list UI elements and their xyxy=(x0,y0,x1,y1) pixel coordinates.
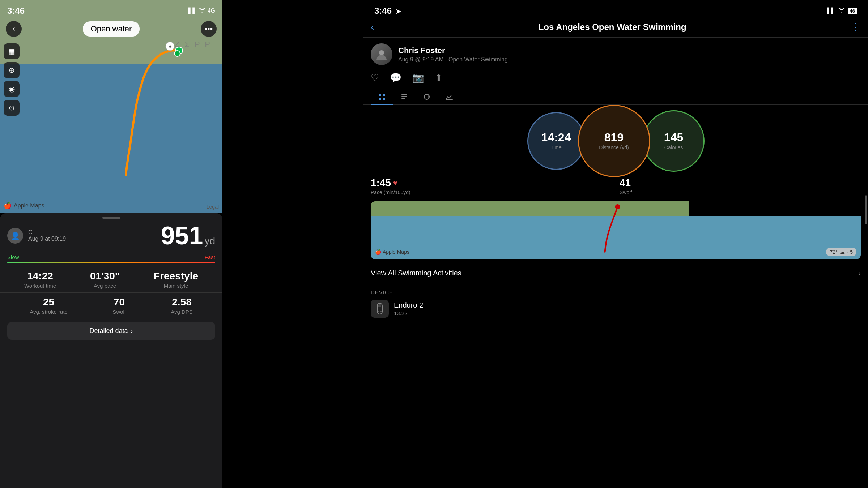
stat-label-swolf: Swolf xyxy=(112,309,126,315)
device-section: DEVICE 10:10 Enduro 2 13.22 xyxy=(363,283,868,321)
left-map-area[interactable]: ◉ Z Σ P P 🍎 Apple Maps Legal ‹ Open wate… xyxy=(0,0,222,213)
calories-label: Calories xyxy=(664,145,683,150)
avatar-inner xyxy=(371,43,392,65)
left-more-button[interactable]: ••• xyxy=(201,21,217,37)
bottom-card: 👤 C Aug 9 at 09:19 951yd Slow Fast 14:22… xyxy=(0,213,222,488)
distance-unit: yd xyxy=(204,235,215,247)
like-button[interactable]: ♡ xyxy=(371,72,379,84)
map-eye-button[interactable]: ◉ xyxy=(4,81,20,97)
stat-stroke-rate: 25 Avg. stroke rate xyxy=(30,296,68,315)
temperature-label: 72° xyxy=(830,249,837,255)
svg-rect-10 xyxy=(401,96,407,97)
tab-details[interactable] xyxy=(393,89,416,104)
stat-label-workout-time: Workout time xyxy=(24,283,56,289)
svg-rect-11 xyxy=(401,98,405,99)
user-info-row: Chris Foster Aug 9 @ 9:19 AM · Open Wate… xyxy=(363,38,868,71)
speed-bar-container: Slow Fast xyxy=(0,252,222,267)
photo-button[interactable]: 📷 xyxy=(412,72,424,84)
scroll-indicator xyxy=(865,195,867,224)
map-preview-bottom: 🍎 Apple Maps 72° ☁ - 5 xyxy=(371,245,861,259)
globe-icon: ⊕ xyxy=(9,66,15,74)
stat-value-avg-dps: 2.58 xyxy=(171,296,193,308)
pace-stat: 1:45 ♥ Pace (min/100yd) xyxy=(371,177,612,195)
share-button[interactable]: ⬆ xyxy=(435,72,443,84)
stat-swolf: 70 Swolf xyxy=(112,296,126,315)
stat-workout-time: 14:22 Workout time xyxy=(24,270,56,289)
map-globe-button[interactable]: ⊕ xyxy=(4,62,20,78)
pace-value: 1:45 ♥ xyxy=(371,177,612,189)
legal-button[interactable]: Legal xyxy=(207,204,219,210)
user-details: Chris Foster Aug 9 @ 9:19 AM · Open Wate… xyxy=(398,46,508,63)
user-avatar xyxy=(371,43,392,65)
apple-maps-text: Apple Maps xyxy=(14,202,44,209)
metrics-section: 14:24 Time 819 Distance (yd) 145 Calorie… xyxy=(363,105,868,177)
signal-icon: ▌▌ xyxy=(188,8,197,14)
stat-value-stroke-rate: 25 xyxy=(30,296,68,308)
device-icon: 10:10 xyxy=(371,300,389,318)
right-time-text: 3:46 xyxy=(374,6,392,16)
time-circle: 14:24 Time xyxy=(527,112,585,170)
right-signal-icon: ▌▌ xyxy=(827,8,835,14)
right-wifi-icon xyxy=(838,8,845,14)
view-all-swimming-button[interactable]: View All Swimming Activities › xyxy=(363,263,868,283)
map-preview[interactable]: 🍎 Apple Maps 72° ☁ - 5 xyxy=(371,201,861,259)
middle-separator xyxy=(222,0,363,488)
stat-value-swolf: 70 xyxy=(112,296,126,308)
navigation-icon: ➤ xyxy=(396,8,401,15)
left-status-icons: ▌▌ 4G xyxy=(188,8,215,14)
speed-bar-labels: Slow Fast xyxy=(7,254,215,260)
left-status-bar: 3:46 ▌▌ 4G xyxy=(0,0,222,18)
right-more-icon: ⋮ xyxy=(851,21,861,33)
location-icon: ⊙ xyxy=(9,103,15,112)
map-location-button[interactable]: ⊙ xyxy=(4,100,20,116)
battery-badge: 46 xyxy=(848,8,857,14)
card-handle-area[interactable] xyxy=(0,213,222,221)
calories-value: 145 xyxy=(664,132,683,143)
left-back-button[interactable]: ‹ xyxy=(6,21,22,37)
tab-stats[interactable] xyxy=(371,89,393,104)
tab-laps[interactable] xyxy=(416,89,438,104)
wifi-icon xyxy=(199,8,205,14)
swolf-stat: 41 Swolf xyxy=(620,177,861,195)
cloud-icon: ☁ xyxy=(840,249,845,255)
swolf-value: 41 xyxy=(620,177,861,189)
map-layers-button[interactable]: ▦ xyxy=(4,43,20,59)
detailed-data-button[interactable]: Detailed data › xyxy=(7,322,215,340)
stat-label-stroke-rate: Avg. stroke rate xyxy=(30,309,68,315)
card-header: 👤 C Aug 9 at 09:19 951yd xyxy=(0,221,222,252)
weather-badge: 72° ☁ - 5 xyxy=(826,248,856,256)
right-back-button[interactable]: ‹ xyxy=(371,21,374,33)
right-more-button[interactable]: ⋮ xyxy=(851,21,861,33)
card-main-stat: 951yd xyxy=(146,223,215,248)
svg-point-4 xyxy=(379,50,384,55)
apple-maps-label: 🍎 Apple Maps xyxy=(4,202,44,210)
device-info: Enduro 2 13.22 xyxy=(394,301,423,316)
left-status-time: 3:46 xyxy=(7,6,25,16)
svg-rect-13 xyxy=(446,99,453,100)
speed-bar xyxy=(7,262,215,263)
distance-circle: 819 Distance (yd) xyxy=(578,105,650,177)
stats-row-2: 25 Avg. stroke rate 70 Swolf 2.58 Avg DP… xyxy=(0,293,222,318)
svg-point-14 xyxy=(615,204,620,209)
stat-label-avg-dps: Avg DPS xyxy=(171,309,193,315)
time-label: Time xyxy=(550,145,562,150)
svg-rect-6 xyxy=(383,94,385,96)
detailed-data-label: Detailed data xyxy=(89,327,128,335)
right-phone-panel: 3:46 ➤ ▌▌ 46 ‹ Los Angeles Open Water Sw… xyxy=(363,0,868,488)
card-avatar: 👤 xyxy=(7,228,23,244)
stat-avg-dps: 2.58 Avg DPS xyxy=(171,296,193,315)
left-nav-title: Open water xyxy=(83,21,140,37)
comment-button[interactable]: 💬 xyxy=(390,72,401,84)
wind-label: - 5 xyxy=(847,249,853,255)
card-activity-label: C xyxy=(28,229,66,236)
svg-text:10:10: 10:10 xyxy=(377,310,383,312)
svg-rect-16 xyxy=(378,304,381,307)
right-status-icons: ▌▌ 46 xyxy=(827,8,857,14)
svg-rect-9 xyxy=(401,94,407,95)
svg-text:◉: ◉ xyxy=(169,44,172,48)
eye-icon: ◉ xyxy=(9,85,15,93)
card-date: Aug 9 at 09:19 xyxy=(28,236,66,242)
user-meta: Aug 9 @ 9:19 AM · Open Water Swimming xyxy=(398,56,508,63)
tab-chart[interactable] xyxy=(438,89,460,104)
device-version: 13.22 xyxy=(394,310,423,316)
